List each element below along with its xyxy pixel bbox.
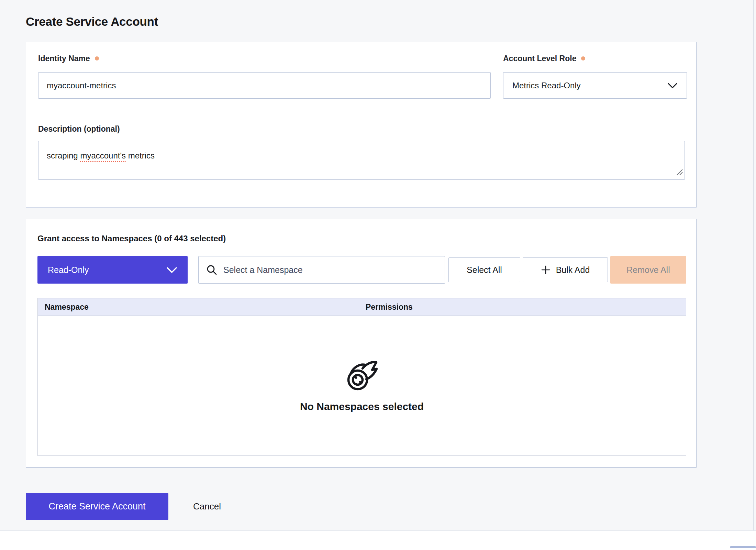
account-level-role-value: Metrics Read-Only: [512, 81, 581, 90]
description-textarea[interactable]: scraping myaccount's metrics: [38, 141, 685, 180]
identity-name-input[interactable]: [38, 72, 491, 99]
required-dot: [581, 56, 585, 60]
identity-name-label: Identity Name: [38, 54, 99, 63]
permissions-column-header: Permissions: [366, 298, 413, 316]
description-text: scraping myaccount's metrics: [47, 151, 155, 160]
page-title: Create Service Account: [26, 15, 158, 29]
search-icon: [206, 264, 217, 275]
select-all-button[interactable]: Select All: [448, 257, 520, 282]
namespace-search-input[interactable]: [223, 265, 437, 275]
bulk-add-button[interactable]: Bulk Add: [523, 257, 608, 282]
resize-handle-icon[interactable]: [675, 168, 683, 178]
namespaces-table: Namespace Permissions No Namespaces sele…: [37, 298, 686, 456]
chevron-down-icon: [667, 82, 678, 89]
chevron-down-icon: [166, 267, 177, 273]
horizontal-scrollbar-thumb[interactable]: [730, 546, 756, 548]
description-label: Description (optional): [38, 124, 120, 134]
right-border-divider: [753, 0, 754, 547]
namespace-role-dropdown[interactable]: Read-Only: [37, 256, 188, 284]
remove-all-button[interactable]: Remove All: [610, 256, 686, 284]
create-service-account-button[interactable]: Create Service Account: [26, 493, 168, 520]
namespace-search[interactable]: [198, 256, 445, 284]
namespaces-section-title: Grant access to Namespaces (0 of 443 sel…: [37, 234, 226, 243]
bottom-strip: [0, 530, 756, 550]
namespace-role-value: Read-Only: [48, 265, 89, 275]
namespaces-table-header: Namespace Permissions: [38, 298, 686, 316]
namespaces-empty-state: No Namespaces selected: [38, 316, 686, 455]
identity-card: Identity Name Account Level Role Metrics…: [26, 42, 697, 207]
plus-icon: [541, 265, 551, 275]
create-service-account-page: Create Service Account Identity Name Acc…: [0, 0, 756, 550]
cancel-button[interactable]: Cancel: [191, 497, 223, 516]
empty-state-message: No Namespaces selected: [300, 401, 424, 412]
account-level-role-select[interactable]: Metrics Read-Only: [503, 72, 687, 99]
account-level-role-label: Account Level Role: [503, 54, 585, 63]
namespace-column-header: Namespace: [45, 298, 89, 316]
required-dot: [95, 56, 99, 60]
misspelled-word: myaccount's: [80, 151, 126, 160]
comet-icon: [345, 359, 378, 392]
namespaces-card: Grant access to Namespaces (0 of 443 sel…: [26, 219, 697, 468]
